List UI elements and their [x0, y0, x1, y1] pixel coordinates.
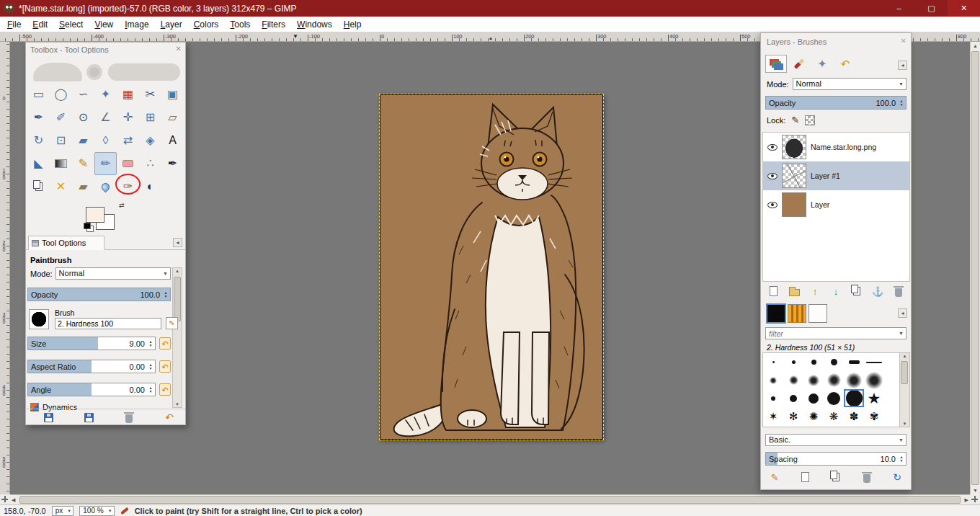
tool-paintbrush-button[interactable]: ✏: [94, 152, 117, 175]
layers-tab[interactable]: [765, 55, 787, 73]
brush-cell-7[interactable]: [763, 371, 783, 389]
tool-align-button[interactable]: ⊞: [139, 106, 161, 129]
tool-measure-button[interactable]: ∠: [94, 106, 117, 129]
menu-windows[interactable]: Windows: [291, 19, 338, 30]
v-ruler[interactable]: 0100200300400500: [0, 42, 10, 494]
brush-cell-12[interactable]: [864, 371, 884, 389]
zoom-select[interactable]: 100 %: [79, 506, 114, 516]
restore-tool-options-button[interactable]: [81, 410, 97, 424]
new-layer-group-button[interactable]: [786, 284, 802, 298]
layer-row-2[interactable]: Layer #1: [763, 161, 909, 190]
size-spinner[interactable]: [147, 337, 154, 350]
undo-history-tab[interactable]: ↶: [834, 55, 856, 73]
refresh-brushes-button[interactable]: ↻: [889, 470, 905, 484]
layer-row-3[interactable]: Layer: [763, 190, 909, 219]
tool-clone-button[interactable]: [27, 175, 50, 198]
paint-mode-select[interactable]: Normal: [55, 267, 171, 280]
tool-shear-button[interactable]: ▰: [72, 129, 94, 152]
brush-cell-28[interactable]: ❀: [824, 425, 844, 427]
brush-cell-26[interactable]: ❉: [783, 425, 803, 427]
anchor-layer-button[interactable]: ⚓: [870, 284, 886, 298]
duplicate-brush-button[interactable]: [828, 470, 844, 484]
brush-grid-scrollbar[interactable]: ▲ ▼: [899, 353, 909, 427]
tool-flip-button[interactable]: ⇄: [117, 129, 139, 152]
tool-crop-button[interactable]: ▱: [161, 106, 184, 129]
layer-row-1[interactable]: Name.star.long.png: [763, 133, 909, 161]
aspect-ratio-spinner[interactable]: [147, 360, 154, 373]
aspect-ratio-slider[interactable]: Aspect Ratio0.00: [27, 360, 156, 373]
tool-options-scrollbar[interactable]: ▲ ▼: [172, 267, 182, 408]
brush-cell-20[interactable]: ✻: [783, 407, 803, 425]
edit-brush-button[interactable]: ✎: [166, 317, 178, 329]
brush-cell-19[interactable]: ✶: [763, 407, 783, 425]
brush-cell-13[interactable]: [763, 389, 783, 407]
brush-cell-14[interactable]: [783, 389, 803, 407]
tool-airbrush-button[interactable]: ∴: [139, 152, 161, 175]
tool-heal-button[interactable]: ✕: [50, 175, 72, 198]
menu-layer[interactable]: Layer: [155, 19, 188, 30]
opacity-slider[interactable]: Opacity 100.0: [27, 288, 171, 301]
brush-cell-9[interactable]: [803, 371, 824, 389]
tool-dodge-burn-button[interactable]: ◐: [139, 175, 161, 198]
tool-fuzzy-select-button[interactable]: ✦: [94, 83, 117, 106]
scroll-down-icon[interactable]: ▼: [173, 402, 182, 406]
layers-menu-button[interactable]: ◂: [898, 61, 907, 70]
close-button[interactable]: ✕: [948, 0, 980, 17]
brush-name-input[interactable]: [55, 318, 161, 329]
opacity-spinner[interactable]: [162, 288, 169, 301]
visibility-eye-icon[interactable]: [767, 202, 778, 208]
menu-view[interactable]: View: [89, 19, 119, 30]
raise-layer-button[interactable]: ↑: [807, 284, 823, 298]
reset-tool-options-button[interactable]: ↶: [161, 410, 177, 424]
scroll-up-icon[interactable]: ▲: [971, 43, 980, 48]
brush-cell-30[interactable]: ✹: [864, 425, 884, 427]
brush-cell-25[interactable]: ✼: [763, 425, 783, 427]
tool-rotate-button[interactable]: ↻: [27, 129, 50, 152]
scroll-right-icon[interactable]: ▶: [965, 497, 968, 503]
brush-cell-21[interactable]: ✺: [803, 407, 824, 425]
v-scrollbar[interactable]: ▲ ▼: [970, 42, 980, 494]
tool-scale-button[interactable]: ⊡: [50, 129, 72, 152]
brushes-menu-button[interactable]: ◂: [898, 308, 907, 318]
menu-help[interactable]: Help: [338, 19, 368, 30]
titlebar[interactable]: *[Name.star.long] (imported)-57.0 (RGB c…: [0, 0, 980, 17]
tool-gradient-button[interactable]: [50, 152, 72, 175]
tool-pencil-button[interactable]: ✎: [72, 152, 94, 175]
menu-image[interactable]: Image: [119, 19, 154, 30]
unit-select[interactable]: px: [52, 506, 74, 516]
brush-cell-16[interactable]: [824, 389, 844, 407]
tool-color-picker-button[interactable]: ✐: [50, 106, 72, 129]
tool-cage-transform-button[interactable]: ◈: [139, 129, 161, 152]
tool-preset-tab[interactable]: ✦: [811, 55, 833, 73]
tool-text-button[interactable]: A: [161, 129, 184, 152]
toolbox-close-icon[interactable]: ✕: [176, 45, 182, 53]
scroll-up-icon[interactable]: ▲: [900, 354, 909, 358]
canvas[interactable]: [380, 94, 603, 440]
lower-layer-button[interactable]: ↓: [828, 284, 844, 298]
menu-filters[interactable]: Filters: [256, 19, 291, 30]
brush-selector-swatch[interactable]: [767, 304, 785, 323]
brushes-tab[interactable]: [788, 55, 810, 73]
tool-scissors-select-button[interactable]: ✂: [139, 83, 161, 106]
brush-cell-8[interactable]: [783, 371, 803, 389]
navigation-button[interactable]: [970, 494, 980, 504]
tool-move-button[interactable]: ✛: [117, 106, 139, 129]
gradient-selector-swatch[interactable]: [808, 304, 827, 323]
layer-opacity-spinner[interactable]: [898, 97, 905, 109]
tool-perspective-clone-button[interactable]: ▰: [72, 175, 94, 198]
brush-cell-15[interactable]: [803, 389, 824, 407]
menu-file[interactable]: File: [1, 19, 27, 30]
brush-cell-10[interactable]: [824, 371, 844, 389]
minimize-button[interactable]: –: [883, 0, 915, 17]
tab-tool-options[interactable]: Tool Options: [28, 236, 104, 250]
menu-tools[interactable]: Tools: [224, 19, 256, 30]
tool-paths-button[interactable]: ✒: [27, 106, 50, 129]
h-scroll-thumb[interactable]: [19, 496, 961, 504]
visibility-eye-icon[interactable]: [767, 173, 778, 179]
lock-pixels-icon[interactable]: ✎: [791, 115, 799, 125]
brush-preview[interactable]: [29, 309, 49, 329]
new-brush-button[interactable]: [798, 470, 814, 484]
brush-cell-22[interactable]: ❋: [824, 407, 844, 425]
tool-options-menu-button[interactable]: ◂: [173, 238, 182, 247]
brush-cell-27[interactable]: ✿: [803, 425, 824, 427]
